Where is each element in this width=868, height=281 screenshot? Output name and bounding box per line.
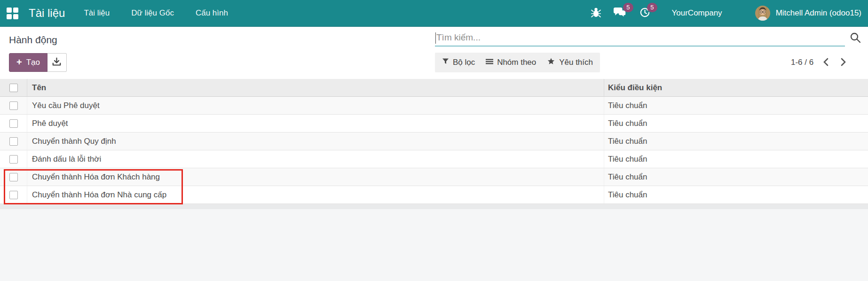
messages-button[interactable]: 5 <box>613 7 626 20</box>
row-checkbox-cell <box>0 168 27 186</box>
row-condition-cell: Tiêu chuẩn <box>604 97 868 114</box>
row-name-cell: Chuyển thành Quy định <box>27 133 604 150</box>
favorites-label: Yêu thích <box>559 58 593 67</box>
row-condition-cell: Tiêu chuẩn <box>604 168 868 186</box>
app-brand-title[interactable]: Tài liệu <box>29 7 65 20</box>
row-name-cell: Đánh dấu là lỗi thời <box>27 150 604 168</box>
pager-previous-button[interactable] <box>821 56 831 70</box>
row-checkbox[interactable] <box>9 119 18 128</box>
magnifier-icon <box>849 38 861 45</box>
systray: 5 5 YourCompany <box>591 6 861 21</box>
group-by-label: Nhóm theo <box>497 58 536 67</box>
plus-icon: + <box>16 57 22 67</box>
chevron-right-icon <box>840 58 846 68</box>
favorites-button[interactable]: Yêu thích <box>547 57 593 68</box>
pager: 1-6 / 6 <box>791 53 848 72</box>
row-checkbox[interactable] <box>9 155 18 164</box>
row-checkbox[interactable] <box>9 101 18 110</box>
table-row[interactable]: Đánh dấu là lỗi thời Tiêu chuẩn <box>0 150 868 168</box>
search-options-bar: Bộ lọc Nhóm theo Yêu thích <box>435 53 600 72</box>
row-name-cell: Yêu cầu Phê duyệt <box>27 97 604 114</box>
activities-count-badge: 5 <box>647 3 657 12</box>
menu-item-tai-lieu[interactable]: Tài liệu <box>84 8 110 18</box>
row-checkbox[interactable] <box>9 191 18 199</box>
row-condition-cell: Tiêu chuẩn <box>604 186 868 203</box>
row-name-cell: Chuyển thành Hóa đơn Khách hàng <box>27 168 604 186</box>
row-checkbox-cell <box>0 115 27 132</box>
row-checkbox[interactable] <box>9 173 18 181</box>
apps-grid-icon <box>7 8 12 13</box>
menu-item-du-lieu-goc[interactable]: Dữ liệu Gốc <box>131 8 174 18</box>
list-rows: Yêu cầu Phê duyệt Tiêu chuẩn Phê duyệt T… <box>0 97 868 204</box>
messages-count-badge: 5 <box>623 3 633 12</box>
select-all-cell <box>0 79 27 96</box>
search-input[interactable] <box>435 29 845 46</box>
create-button-label: Tạo <box>26 58 40 67</box>
filters-button[interactable]: Bộ lọc <box>442 58 475 67</box>
pager-value: 1-6 / 6 <box>791 58 813 67</box>
star-icon <box>547 57 555 68</box>
table-row[interactable]: Yêu cầu Phê duyệt Tiêu chuẩn <box>0 97 868 115</box>
activities-button[interactable]: 5 <box>639 7 650 19</box>
row-checkbox-cell <box>0 133 27 150</box>
row-name-cell: Chuyển thành Hóa đơn Nhà cung cấp <box>27 186 604 203</box>
column-header-condition-type[interactable]: Kiểu điều kiện <box>604 79 868 96</box>
user-name: Mitchell Admin (odoo15) <box>776 8 861 18</box>
list-header-row: Tên Kiểu điều kiện <box>0 79 868 97</box>
create-button[interactable]: + Tạo <box>9 53 47 72</box>
chevron-left-icon <box>823 58 829 68</box>
group-by-button[interactable]: Nhóm theo <box>486 58 536 67</box>
debug-button[interactable] <box>591 7 601 19</box>
user-avatar <box>755 6 770 21</box>
apps-menu-button[interactable] <box>7 8 18 19</box>
download-icon <box>52 57 61 68</box>
company-switcher[interactable]: YourCompany <box>672 8 722 18</box>
group-by-bars-icon <box>486 58 493 67</box>
row-condition-cell: Tiêu chuẩn <box>604 133 868 150</box>
row-checkbox[interactable] <box>9 137 18 146</box>
filters-label: Bộ lọc <box>453 58 475 67</box>
search-button[interactable] <box>848 31 862 46</box>
actions-list-view: Tên Kiểu điều kiện Yêu cầu Phê duyệt Tiê… <box>0 79 868 204</box>
select-all-checkbox[interactable] <box>9 84 18 92</box>
page-background-area <box>0 209 868 281</box>
row-condition-cell: Tiêu chuẩn <box>604 115 868 132</box>
page-title-breadcrumb: Hành động <box>9 34 57 46</box>
app-main-menu: Tài liệu Dữ liệu Gốc Cấu hình <box>84 8 228 18</box>
user-menu[interactable]: Mitchell Admin (odoo15) <box>755 6 861 21</box>
row-name-cell: Phê duyệt <box>27 115 604 132</box>
pager-next-button[interactable] <box>838 56 848 70</box>
row-checkbox-cell <box>0 150 27 168</box>
search-box <box>435 29 845 47</box>
action-buttons: + Tạo <box>9 53 67 72</box>
table-row[interactable]: Chuyển thành Hóa đơn Nhà cung cấp Tiêu c… <box>0 186 868 204</box>
row-condition-cell: Tiêu chuẩn <box>604 150 868 168</box>
text-caret <box>435 32 436 44</box>
filter-funnel-icon <box>442 58 449 67</box>
table-row[interactable]: Chuyển thành Quy định Tiêu chuẩn <box>0 133 868 150</box>
table-row[interactable]: Phê duyệt Tiêu chuẩn <box>0 115 868 133</box>
row-checkbox-cell <box>0 186 27 203</box>
row-checkbox-cell <box>0 97 27 114</box>
table-row[interactable]: Chuyển thành Hóa đơn Khách hàng Tiêu chu… <box>0 168 868 186</box>
export-download-button[interactable] <box>47 53 67 72</box>
top-navbar: Tài liệu Tài liệu Dữ liệu Gốc Cấu hình <box>0 0 868 27</box>
menu-item-cau-hinh[interactable]: Cấu hình <box>196 8 228 18</box>
bug-icon <box>591 7 601 19</box>
column-header-name[interactable]: Tên <box>27 79 604 96</box>
table-footer-band <box>0 204 868 209</box>
